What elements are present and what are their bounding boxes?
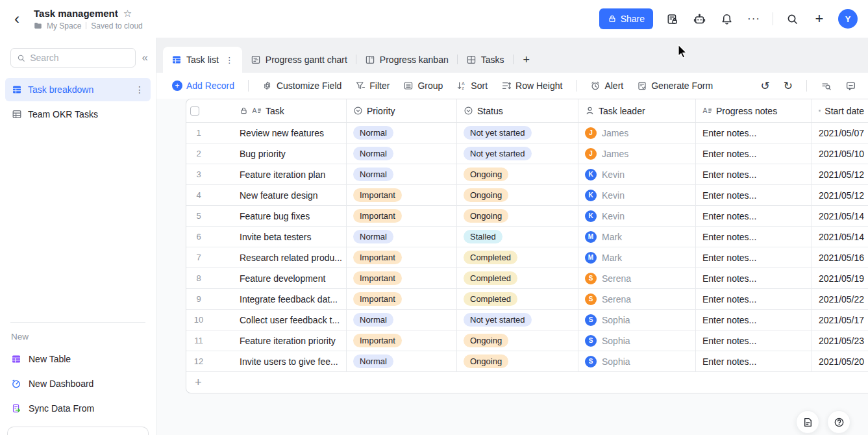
date-cell[interactable]: 2021/05/10 [812,143,868,164]
user-avatar[interactable]: Y [838,9,858,29]
priority-pill[interactable]: Normal [353,354,393,368]
bottom-partial-card[interactable] [7,427,149,435]
priority-pill[interactable]: Important [353,271,402,285]
sidebar-search-box[interactable] [10,48,136,68]
leader-cell[interactable]: J James [578,123,696,143]
status-pill[interactable]: Ongoing [464,188,508,202]
table-row[interactable]: 7 Research related produ... Important Co… [186,247,868,268]
priority-pill[interactable]: Normal [353,147,393,160]
date-cell[interactable]: 2021/05/14 [812,227,868,247]
leader-cell[interactable]: M Mark [578,227,696,247]
task-cell[interactable]: New feature design [233,185,347,205]
alert-button[interactable]: Alert [590,81,623,91]
date-cell[interactable]: 2021/05/23 [812,330,868,351]
date-cell[interactable]: 2021/05/16 [812,247,868,267]
leader-cell[interactable]: S Serena [578,268,696,288]
notes-cell[interactable]: Enter notes... [696,185,812,205]
add-view-button[interactable]: + [514,47,540,73]
task-cell[interactable]: Feature iteration plan [233,164,347,184]
status-pill[interactable]: Stalled [464,230,502,243]
leader-cell[interactable]: S Sophia [578,310,696,330]
priority-cell[interactable]: Normal [347,143,457,164]
task-cell[interactable]: Review new features [233,123,347,143]
date-cell[interactable]: 2021/05/22 [812,289,868,309]
customize-field-button[interactable]: Customize Field [262,81,341,91]
row-number-cell[interactable]: 3 [186,164,233,184]
row-number-cell[interactable]: 5 [186,206,233,226]
table-row[interactable]: 10 Collect user feedback t... Normal Not… [186,310,868,330]
item-menu-kebab-icon[interactable]: ⋮ [135,84,144,95]
table-row[interactable]: 8 Feature development Important Complete… [186,268,868,289]
table-row[interactable]: 4 New feature design Important Ongoing K… [186,185,868,206]
select-all-checkbox[interactable] [190,106,199,116]
status-cell[interactable]: Completed [457,247,578,267]
search-icon[interactable] [784,10,800,27]
new-dashboard-button[interactable]: New Dashboard [0,371,156,396]
status-cell[interactable]: Not yet started [457,123,578,143]
column-header-start-date[interactable]: Start date [812,99,868,122]
tab-menu-kebab-icon[interactable]: ⋮ [225,55,234,65]
priority-cell[interactable]: Important [347,330,457,351]
notifications-bell-icon[interactable] [718,10,735,27]
table-row[interactable]: 12 Invite users to give fee... Normal On… [186,351,868,372]
notes-cell[interactable]: Enter notes... [696,123,812,143]
notes-cell[interactable]: Enter notes... [696,268,812,288]
status-pill[interactable]: Ongoing [464,334,508,347]
notes-cell[interactable]: Enter notes... [696,310,812,330]
new-document-plus-icon[interactable]: + [811,10,828,27]
task-cell[interactable]: Research related produ... [233,247,347,267]
status-pill[interactable]: Ongoing [464,168,508,181]
task-cell[interactable]: Collect user feedback t... [233,310,347,330]
status-pill[interactable]: Not yet started [464,126,532,140]
task-cell[interactable]: Feature development [233,268,347,288]
status-cell[interactable]: Stalled [457,227,578,247]
status-pill[interactable]: Not yet started [464,147,532,160]
find-records-button[interactable] [821,81,832,92]
priority-cell[interactable]: Important [347,206,457,226]
undo-button[interactable]: ↺ [761,79,770,93]
task-cell[interactable]: Invite users to give fee... [233,351,347,371]
notes-cell[interactable]: Enter notes... [696,247,812,267]
sidebar-item-task-breakdown[interactable]: Task breakdown ⋮ [5,78,151,101]
status-pill[interactable]: Completed [464,271,517,285]
leader-cell[interactable]: K Kevin [578,164,696,184]
status-pill[interactable]: Completed [464,251,517,264]
filter-button[interactable]: Filter [355,81,390,91]
priority-pill[interactable]: Normal [353,168,393,181]
tab-progress-kanban[interactable]: Progress kanban [356,47,457,73]
task-cell[interactable]: Feature iteration priority [233,330,347,351]
row-number-cell[interactable]: 6 [186,227,233,247]
group-button[interactable]: Group [403,81,443,91]
table-row[interactable]: 11 Feature iteration priority Important … [186,330,868,351]
sync-data-from-button[interactable]: Sync Data From [0,396,156,421]
priority-cell[interactable]: Normal [347,351,457,371]
column-header-progress-notes[interactable]: A Progress notes [696,99,812,122]
notes-cell[interactable]: Enter notes... [696,164,812,184]
status-pill[interactable]: Completed [464,292,517,306]
date-cell[interactable]: 2021/05/12 [812,185,868,205]
collapse-sidebar-icon[interactable]: « [142,51,148,64]
row-number-cell[interactable]: 7 [186,247,233,267]
row-number-cell[interactable]: 10 [186,310,233,330]
table-row[interactable]: 9 Integrate feedback dat... Important Co… [186,289,868,310]
notes-cell[interactable]: Enter notes... [696,227,812,247]
priority-cell[interactable]: Important [347,289,457,309]
priority-cell[interactable]: Normal [347,123,457,143]
row-number-cell[interactable]: 4 [186,185,233,205]
date-cell[interactable]: 2021/05/20 [812,351,868,371]
status-cell[interactable]: Not yet started [457,143,578,164]
more-actions-icon[interactable]: ··· [745,10,762,27]
status-cell[interactable]: Ongoing [457,206,578,226]
date-cell[interactable]: 2021/05/07 [812,123,868,143]
table-row[interactable]: 3 Feature iteration plan Normal Ongoing … [186,164,868,185]
priority-pill[interactable]: Important [353,251,402,264]
column-header-priority[interactable]: Priority [347,99,457,122]
notes-cell[interactable]: Enter notes... [696,330,812,351]
status-cell[interactable]: Ongoing [457,185,578,205]
leader-cell[interactable]: S Sophia [578,351,696,371]
leader-cell[interactable]: M Mark [578,247,696,267]
priority-pill[interactable]: Important [353,292,402,306]
priority-pill[interactable]: Normal [353,126,393,140]
status-pill[interactable]: Ongoing [464,209,508,223]
column-header-task-leader[interactable]: Task leader [578,99,696,122]
